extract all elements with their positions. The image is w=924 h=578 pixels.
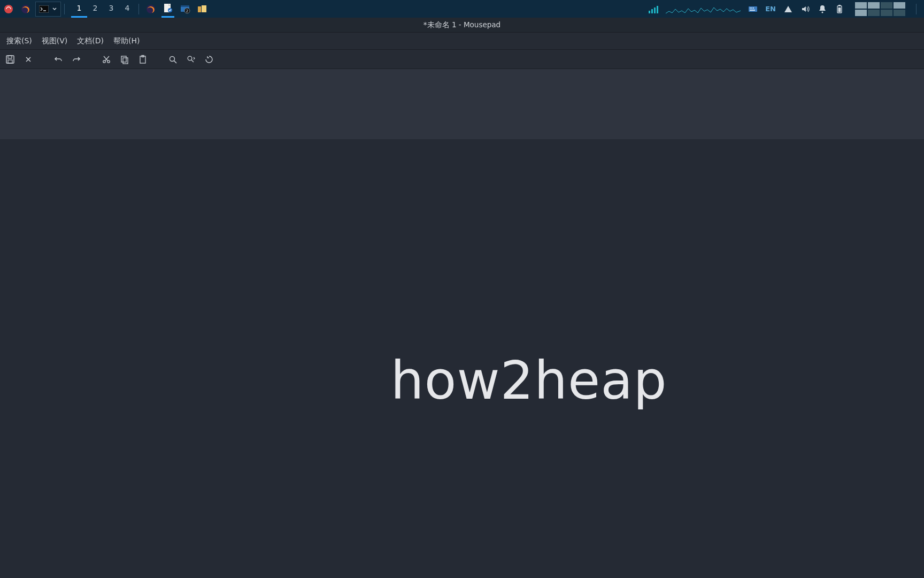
svg-rect-26 bbox=[121, 56, 126, 62]
mousepad-window: *未命名 1 - Mousepad 搜索(S) 视图(V) 文档(D) 帮助(H… bbox=[0, 18, 924, 139]
workspace-3[interactable]: 3 bbox=[103, 0, 119, 18]
running-app-firefox-icon[interactable] bbox=[144, 3, 157, 16]
workspace-4[interactable]: 4 bbox=[119, 0, 135, 18]
menu-view[interactable]: 视图(V) bbox=[42, 36, 68, 46]
svg-rect-12 bbox=[749, 6, 757, 12]
goto-button[interactable] bbox=[202, 52, 216, 66]
svg-point-0 bbox=[4, 5, 13, 13]
text-editor-area[interactable] bbox=[0, 69, 924, 139]
separator bbox=[64, 4, 65, 14]
taskbar-left: 1 2 3 4 2 bbox=[0, 0, 211, 18]
volume-icon[interactable] bbox=[800, 4, 810, 14]
find-replace-button[interactable] bbox=[184, 52, 198, 66]
svg-point-30 bbox=[170, 56, 175, 61]
save-button[interactable] bbox=[3, 52, 17, 66]
find-button[interactable] bbox=[166, 52, 180, 66]
terminal-launcher[interactable] bbox=[35, 2, 61, 17]
taskbar-right: EN bbox=[649, 0, 924, 18]
svg-point-17 bbox=[822, 11, 823, 13]
firefox-icon[interactable] bbox=[19, 3, 32, 16]
notifications-icon[interactable] bbox=[818, 4, 827, 14]
redo-button[interactable] bbox=[70, 52, 83, 66]
svg-rect-16 bbox=[750, 10, 755, 11]
undo-button[interactable] bbox=[51, 52, 65, 66]
toolbar bbox=[0, 50, 924, 69]
running-app-editor-icon[interactable] bbox=[161, 0, 174, 18]
workspace-2[interactable]: 2 bbox=[87, 0, 103, 18]
svg-rect-7 bbox=[181, 5, 189, 7]
chevron-down-icon bbox=[52, 6, 57, 12]
svg-rect-22 bbox=[8, 56, 12, 58]
menu-search[interactable]: 搜索(S) bbox=[6, 36, 32, 46]
close-tab-button[interactable] bbox=[21, 52, 35, 66]
desktop-background: how2heap bbox=[0, 139, 924, 578]
svg-rect-11 bbox=[202, 5, 206, 12]
headline-text: how2heap bbox=[390, 350, 667, 411]
cut-button[interactable] bbox=[99, 52, 113, 66]
paste-button[interactable] bbox=[136, 52, 150, 66]
battery-icon[interactable] bbox=[835, 4, 844, 14]
svg-rect-20 bbox=[838, 7, 841, 12]
svg-rect-19 bbox=[838, 5, 841, 6]
svg-rect-13 bbox=[750, 7, 751, 9]
window-titlebar[interactable]: *未命名 1 - Mousepad bbox=[0, 18, 924, 33]
running-app-files-icon[interactable] bbox=[196, 3, 209, 16]
separator bbox=[916, 4, 917, 14]
copy-button[interactable] bbox=[118, 52, 132, 66]
menubar: 搜索(S) 视图(V) 文档(D) 帮助(H) bbox=[0, 33, 924, 50]
running-app-wine-icon[interactable]: 2 bbox=[179, 3, 191, 16]
svg-point-31 bbox=[188, 56, 192, 60]
svg-rect-14 bbox=[751, 7, 752, 9]
keyboard-layout-icon[interactable] bbox=[748, 4, 758, 14]
network-signal-icon[interactable] bbox=[649, 5, 658, 13]
svg-text:2: 2 bbox=[186, 9, 188, 13]
wifi-icon[interactable] bbox=[783, 4, 793, 14]
svg-rect-27 bbox=[123, 58, 128, 64]
svg-rect-2 bbox=[39, 5, 49, 13]
system-taskbar: 1 2 3 4 2 EN bbox=[0, 0, 924, 18]
workspace-1[interactable]: 1 bbox=[71, 0, 87, 18]
menu-document[interactable]: 文档(D) bbox=[77, 36, 104, 46]
svg-rect-10 bbox=[198, 6, 201, 12]
language-indicator[interactable]: EN bbox=[765, 5, 776, 13]
separator bbox=[138, 4, 139, 14]
svg-rect-23 bbox=[8, 60, 12, 63]
cpu-graph[interactable] bbox=[666, 4, 741, 14]
menu-help[interactable]: 帮助(H) bbox=[113, 36, 140, 46]
workspace-pager[interactable] bbox=[855, 2, 905, 16]
window-title: *未命名 1 - Mousepad bbox=[424, 20, 500, 30]
svg-rect-15 bbox=[753, 7, 754, 9]
workspace-switcher: 1 2 3 4 bbox=[71, 0, 135, 18]
app-launcher-icon[interactable] bbox=[2, 3, 15, 16]
svg-rect-21 bbox=[6, 56, 14, 63]
